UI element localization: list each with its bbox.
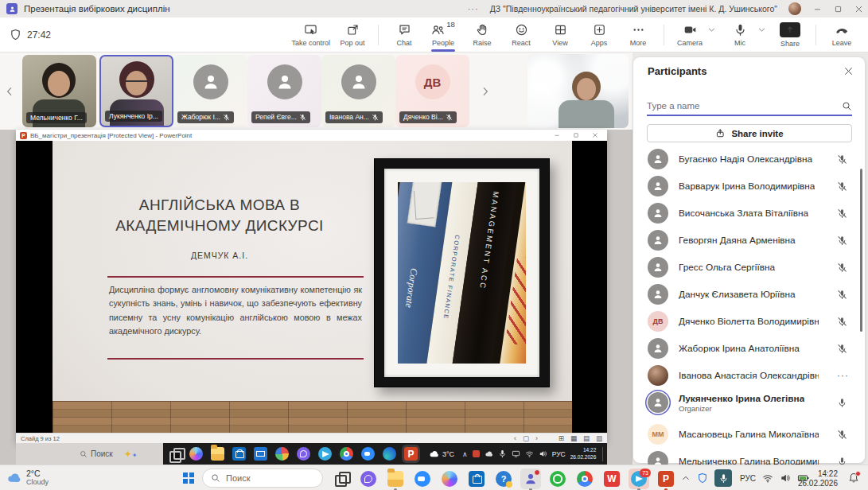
strip-prev-icon[interactable] xyxy=(3,83,16,100)
participant-row[interactable]: Іванова Анастасія Олександрівна ··· xyxy=(633,363,865,388)
close-icon[interactable] xyxy=(854,4,863,14)
volume-icon[interactable] xyxy=(539,449,547,458)
mic-off-icon[interactable] xyxy=(837,181,847,192)
maximize-icon[interactable] xyxy=(833,4,843,14)
participant-row[interactable]: Варварук Ірина Володимирівна xyxy=(633,173,865,199)
monitor-icon[interactable] xyxy=(512,449,520,458)
taskbar-search-input[interactable] xyxy=(226,473,306,483)
powerpoint-taskbar-icon[interactable] xyxy=(404,447,418,461)
task-view-icon[interactable] xyxy=(168,447,181,461)
participant-row[interactable]: Данчук Єлизавета Юріївна xyxy=(633,282,865,307)
zoom-icon[interactable] xyxy=(412,469,433,489)
participant-row[interactable]: ДВ Дяченко Віолетта Володимирівна xyxy=(633,309,865,334)
leave-button[interactable]: Leave xyxy=(825,19,858,51)
file-explorer-icon[interactable] xyxy=(385,469,406,489)
get-help-icon[interactable] xyxy=(493,469,514,489)
photos-icon[interactable] xyxy=(275,447,289,461)
mic-off-icon[interactable] xyxy=(837,235,847,246)
shared-language-indicator[interactable]: РУС xyxy=(552,450,566,458)
weather-widget[interactable]: 2°CCloudy xyxy=(6,469,49,486)
mic-off-icon[interactable] xyxy=(837,290,847,300)
panel-scrollbar[interactable] xyxy=(860,169,862,332)
user-avatar[interactable] xyxy=(788,2,801,15)
titlebar-overflow-icon[interactable]: ··· xyxy=(468,4,479,14)
network-icon[interactable] xyxy=(525,449,534,458)
apps-button[interactable]: Apps xyxy=(582,19,616,51)
prev-slide-icon[interactable]: ‹ xyxy=(514,434,516,442)
telegram-icon[interactable]: 73 xyxy=(629,469,649,489)
camera-chevron-icon[interactable] xyxy=(707,25,716,34)
powerpoint-taskbar-icon[interactable] xyxy=(656,469,676,489)
shared-weather[interactable]: 3°C xyxy=(429,449,454,459)
people-button[interactable]: 18 People xyxy=(426,19,460,51)
mic-off-icon[interactable] xyxy=(837,154,847,165)
more-options-icon[interactable]: ··· xyxy=(837,370,849,381)
task-view-icon[interactable] xyxy=(331,469,352,489)
mic-off-icon[interactable] xyxy=(837,317,847,327)
chrome-icon[interactable] xyxy=(574,469,595,489)
slideshow-view-icon[interactable]: ▥ xyxy=(596,434,602,442)
mic-off-icon[interactable] xyxy=(837,262,847,273)
mic-on-icon[interactable] xyxy=(837,398,847,408)
viber-icon[interactable] xyxy=(358,469,379,489)
recording-icon[interactable] xyxy=(473,450,480,457)
take-control-button[interactable]: Take control xyxy=(291,19,330,51)
view-button[interactable]: View xyxy=(543,19,577,51)
ppt-close-icon[interactable] xyxy=(592,132,598,138)
ppt-restore-icon[interactable] xyxy=(573,132,579,138)
participant-row[interactable]: ММ Масановець Галина Миколаївна xyxy=(633,422,865,447)
camera-button[interactable]: Camera xyxy=(673,19,706,51)
participant-row[interactable]: Бугаєнко Надія Олександрівна xyxy=(633,146,865,172)
tray-expand-icon[interactable] xyxy=(681,465,691,490)
copilot-icon[interactable] xyxy=(189,447,203,461)
volume-icon[interactable] xyxy=(780,465,791,490)
ppt-minimize-icon[interactable] xyxy=(554,132,560,138)
shared-clock[interactable]: 14:22 26.02.2026 xyxy=(570,447,597,460)
store-icon[interactable] xyxy=(466,469,487,489)
participant-row[interactable]: Височанська Злата Віталіївна xyxy=(633,200,865,226)
defender-icon[interactable] xyxy=(697,465,708,490)
mic-off-icon[interactable] xyxy=(837,344,847,354)
onedrive-icon[interactable] xyxy=(485,449,493,458)
participant-search[interactable] xyxy=(647,97,852,116)
whatsapp-icon[interactable] xyxy=(547,469,568,489)
show-desktop-strip[interactable] xyxy=(602,447,603,461)
mic-chevron-icon[interactable] xyxy=(757,25,766,34)
normal-view-icon[interactable]: ⊞ xyxy=(559,434,564,442)
video-tile[interactable]: Мельниченко Г... xyxy=(22,55,96,127)
copilot-icon[interactable] xyxy=(439,469,460,489)
tray-expand-icon[interactable]: ∧ xyxy=(462,450,468,458)
file-explorer-icon[interactable] xyxy=(211,447,224,461)
panel-close-icon[interactable] xyxy=(843,66,854,76)
telegram-icon[interactable] xyxy=(318,447,332,461)
teams-taskbar-icon[interactable] xyxy=(520,469,541,489)
mic-in-use-indicator[interactable] xyxy=(714,465,732,490)
shared-search[interactable]: Поиск xyxy=(80,449,113,458)
zoom-icon[interactable] xyxy=(361,447,375,461)
language-indicator[interactable]: РУС xyxy=(740,465,756,490)
participant-row[interactable]: Жаборюк Ірина Анатоліївна xyxy=(633,336,865,361)
video-tile-large[interactable] xyxy=(527,54,629,128)
mic-off-icon[interactable] xyxy=(837,208,847,219)
strip-next-icon[interactable] xyxy=(479,83,492,100)
slide-sorter-icon[interactable]: ▦ xyxy=(570,434,577,442)
pop-out-button[interactable]: Pop out xyxy=(336,19,369,51)
chat-button[interactable]: Chat xyxy=(387,19,421,51)
next-slide-icon[interactable]: › xyxy=(535,434,538,442)
start-button[interactable] xyxy=(183,472,188,477)
more-button[interactable]: More xyxy=(621,19,655,51)
participant-search-input[interactable] xyxy=(647,101,842,111)
avatar-tile[interactable]: Іванова Ан... xyxy=(321,55,395,127)
reading-view-icon[interactable]: ▤ xyxy=(583,434,590,442)
copilot-sparkle-icon[interactable]: ✦✦ xyxy=(124,449,138,460)
minimize-icon[interactable] xyxy=(812,4,822,14)
chrome-icon[interactable] xyxy=(340,447,353,461)
taskbar-search[interactable] xyxy=(202,469,323,488)
avatar-tile[interactable]: Жаборюк І... xyxy=(173,55,247,127)
avatar-tile[interactable]: ДВ Дяченко Ві... xyxy=(395,55,469,127)
mail-icon[interactable] xyxy=(254,447,267,461)
raise-hand-button[interactable]: Raise xyxy=(465,19,499,51)
react-button[interactable]: React xyxy=(504,19,538,51)
wps-office-icon[interactable] xyxy=(601,469,622,489)
viber-icon[interactable] xyxy=(297,447,310,461)
